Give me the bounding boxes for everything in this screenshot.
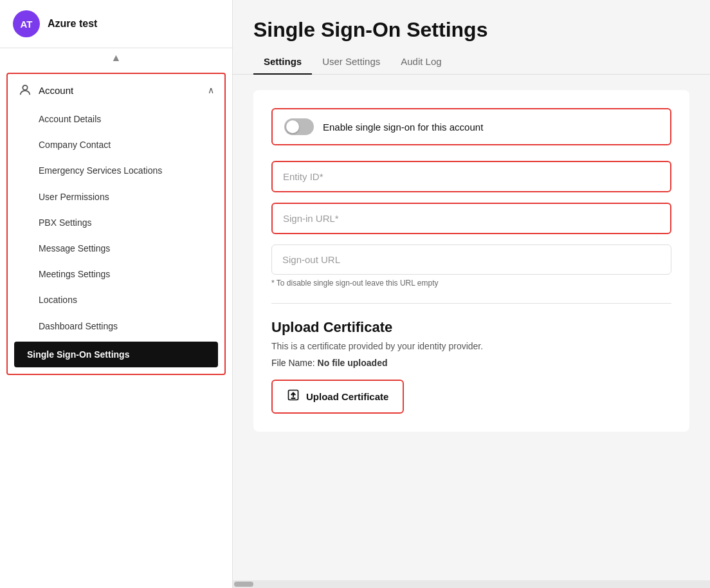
sidebar-item-meetings-settings[interactable]: Meetings Settings <box>8 261 224 287</box>
sidebar-item-user-permissions[interactable]: User Permissions <box>8 184 224 210</box>
toggle-label: Enable single sign-on for this account <box>323 122 483 133</box>
tabs: Settings User Settings Audit Log <box>233 50 710 75</box>
toggle-thumb <box>286 120 299 133</box>
upload-desc: This is a certificate provided by your i… <box>271 341 671 351</box>
account-icon <box>18 83 32 97</box>
sidebar-username: Azure test <box>48 18 97 30</box>
signin-url-field <box>271 203 671 234</box>
sidebar-item-company-contact[interactable]: Company Contact <box>8 132 224 158</box>
signout-hint: * To disable single sign-out leave this … <box>271 279 671 288</box>
sidebar: AT Azure test ▲ Account ∧ Account Detail… <box>0 0 233 588</box>
sidebar-item-dashboard-settings[interactable]: Dashboard Settings <box>8 313 224 339</box>
upload-section: Upload Certificate This is a certificate… <box>271 319 671 414</box>
toggle-row: Enable single sign-on for this account <box>271 108 671 145</box>
sidebar-nav: ▲ Account ∧ Account Details Company Cont… <box>0 48 232 588</box>
sidebar-item-emergency-services[interactable]: Emergency Services Locations <box>8 158 224 183</box>
page-title: Single Sign-On Settings <box>233 0 710 42</box>
chevron-up-icon: ∧ <box>208 85 214 95</box>
sidebar-item-sso-settings[interactable]: Single Sign-On Settings <box>14 342 218 367</box>
file-value: No file uploaded <box>318 358 388 368</box>
sidebar-item-message-settings[interactable]: Message Settings <box>8 235 224 261</box>
main-content: Single Sign-On Settings Settings User Se… <box>233 0 710 588</box>
file-label: File Name: <box>271 358 315 368</box>
scroll-up-icon: ▲ <box>111 52 122 64</box>
account-section: Account ∧ Account Details Company Contac… <box>6 73 226 375</box>
upload-icon <box>287 389 300 405</box>
sidebar-item-pbx-settings[interactable]: PBX Settings <box>8 210 224 235</box>
sidebar-item-locations[interactable]: Locations <box>8 287 224 313</box>
nav-sub-items: Account Details Company Contact Emergenc… <box>8 106 224 374</box>
signin-url-input[interactable] <box>271 203 671 234</box>
sso-toggle[interactable] <box>284 118 314 135</box>
tab-audit-log[interactable]: Audit Log <box>390 50 451 75</box>
tab-settings[interactable]: Settings <box>253 50 312 75</box>
sidebar-item-account-details[interactable]: Account Details <box>8 106 224 132</box>
account-item[interactable]: Account ∧ <box>8 74 224 106</box>
account-label: Account <box>39 85 73 96</box>
upload-title: Upload Certificate <box>271 319 671 336</box>
file-info: File Name: No file uploaded <box>271 358 671 368</box>
entity-id-field <box>271 161 671 192</box>
entity-id-input[interactable] <box>271 161 671 192</box>
content-area: Enable single sign-on for this account *… <box>233 75 710 580</box>
upload-btn-label: Upload Certificate <box>306 391 388 402</box>
svg-point-0 <box>23 86 27 90</box>
signout-url-field: * To disable single sign-out leave this … <box>271 244 671 288</box>
upload-certificate-button[interactable]: Upload Certificate <box>271 380 404 414</box>
tab-user-settings[interactable]: User Settings <box>312 50 390 75</box>
avatar: AT <box>13 10 40 37</box>
signout-url-input[interactable] <box>271 244 671 275</box>
bottom-scrollbar[interactable] <box>233 580 710 588</box>
settings-card: Enable single sign-on for this account *… <box>253 90 689 432</box>
divider <box>271 303 671 304</box>
sidebar-header: AT Azure test <box>0 0 232 48</box>
toggle-track[interactable] <box>284 118 314 135</box>
scrollbar-thumb[interactable] <box>234 582 253 587</box>
